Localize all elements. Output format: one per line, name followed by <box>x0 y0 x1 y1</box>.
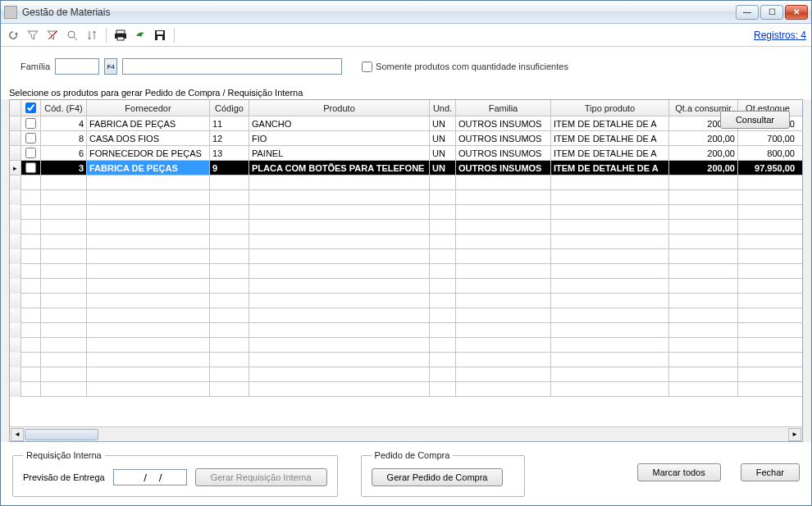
export-icon[interactable] <box>133 28 148 43</box>
table-row-empty <box>10 205 802 220</box>
cell-chk[interactable] <box>21 146 41 160</box>
grid-header-fornecedor[interactable]: Fornecedor <box>87 100 210 116</box>
scroll-thumb[interactable] <box>25 429 98 440</box>
grid-header-cod[interactable]: Cód. (F4) <box>41 100 87 116</box>
cell-qtcons: 200,00 <box>669 161 738 175</box>
cell-fornecedor: CASA DOS FIOS <box>87 131 210 145</box>
cell-familia: OUTROS INSUMOS <box>456 146 551 160</box>
cell-chk[interactable] <box>21 131 41 145</box>
sort-icon[interactable] <box>84 28 99 43</box>
prev-entrega-input[interactable] <box>113 469 187 485</box>
svg-rect-1 <box>116 30 125 34</box>
cell-produto: FIO <box>249 131 430 145</box>
cell-marker: ▸ <box>10 161 21 175</box>
svg-point-0 <box>68 31 75 38</box>
pedido-compra-fieldset: Pedido de Compra Gerar Pedido de Compra <box>361 450 525 497</box>
cell-qtest: 700,00 <box>738 131 797 145</box>
consultar-button[interactable]: Consultar <box>720 111 790 129</box>
cell-familia: OUTROS INSUMOS <box>456 116 551 130</box>
close-button[interactable]: ✕ <box>785 5 808 20</box>
filter-icon[interactable] <box>25 28 40 43</box>
somente-insuficientes-checkbox[interactable] <box>362 62 372 72</box>
bottom-panel: Requisição Interna Previsão de Entrega G… <box>1 442 811 505</box>
grid-header-und[interactable]: Und. <box>430 100 456 116</box>
grid-body: 4FABRICA DE PEÇAS11GANCHOUNOUTROS INSUMO… <box>10 116 802 426</box>
cell-cod: 8 <box>41 131 87 145</box>
table-row-empty <box>10 338 802 353</box>
row-checkbox[interactable] <box>25 148 36 158</box>
table-row[interactable]: ▸3FABRICA DE PEÇAS9PLACA COM BOTÕES PARA… <box>10 161 802 176</box>
cell-cod: 6 <box>41 146 87 160</box>
registros-link[interactable]: Registros: 4 <box>754 30 806 41</box>
titlebar: Gestão de Materiais — ☐ ✕ <box>1 1 811 24</box>
cell-und: UN <box>430 131 456 145</box>
table-row[interactable]: 4FABRICA DE PEÇAS11GANCHOUNOUTROS INSUMO… <box>10 116 802 131</box>
svg-rect-6 <box>157 36 162 40</box>
cell-cod: 4 <box>41 116 87 130</box>
row-checkbox[interactable] <box>25 133 36 144</box>
cell-qtest: 800,00 <box>738 146 797 160</box>
table-row[interactable]: 6FORNECEDOR DE PEÇAS13PAINELUNOUTROS INS… <box>10 146 802 161</box>
cell-tipo: ITEM DE DETALHE DE A <box>551 131 669 145</box>
grid-header-codigo[interactable]: Código <box>210 100 249 116</box>
gerar-pedido-button[interactable]: Gerar Pedido de Compra <box>372 468 504 486</box>
minimize-button[interactable]: — <box>736 5 759 20</box>
cell-tipo: ITEM DE DETALHE DE A <box>551 161 669 175</box>
cell-cod: 3 <box>41 161 87 175</box>
cell-produto: PAINEL <box>249 146 430 160</box>
prev-entrega-label: Previsão de Entrega <box>23 472 105 482</box>
cell-und: UN <box>430 161 456 175</box>
somente-label: Somente produtos com quantidade insufici… <box>376 62 568 71</box>
familia-lookup-button[interactable]: F4 <box>104 58 117 75</box>
table-row-empty <box>10 279 802 294</box>
print-icon[interactable] <box>113 28 128 43</box>
cell-familia: OUTROS INSUMOS <box>456 131 551 145</box>
save-icon[interactable] <box>153 28 167 43</box>
grid-header-marker <box>10 100 21 116</box>
familia-label: Família <box>21 62 50 71</box>
cell-marker <box>10 131 21 145</box>
filter-clear-icon[interactable] <box>45 28 60 43</box>
grid-header-tipo[interactable]: Tipo produto <box>551 100 669 116</box>
cell-qtcons: 200,00 <box>669 131 738 145</box>
grid-header-familia[interactable]: Familia <box>456 100 551 116</box>
marcar-todos-button[interactable]: Marcar todos <box>637 463 721 481</box>
refresh-icon[interactable] <box>6 28 21 43</box>
familia-desc-input[interactable] <box>122 58 342 75</box>
cell-qtest: 97.950,00 <box>738 161 797 175</box>
cell-fornecedor: FORNECEDOR DE PEÇAS <box>87 146 210 160</box>
familia-code-input[interactable] <box>55 58 99 75</box>
cell-codigo: 13 <box>210 146 249 160</box>
cell-codigo: 9 <box>210 161 249 175</box>
grid-header-chk[interactable] <box>21 100 41 116</box>
instruction-text: Selecione os produtos para gerar Pedido … <box>1 83 811 99</box>
table-row-empty <box>10 382 802 397</box>
row-checkbox[interactable] <box>25 118 36 129</box>
search-icon[interactable] <box>65 28 80 43</box>
cell-familia: OUTROS INSUMOS <box>456 161 551 175</box>
table-row-empty <box>10 220 802 235</box>
fechar-button[interactable]: Fechar <box>741 463 800 481</box>
requisicao-interna-fieldset: Requisição Interna Previsão de Entrega G… <box>12 450 338 497</box>
scroll-right-button[interactable]: ► <box>788 428 801 441</box>
grid-header-produto[interactable]: Produto <box>249 100 430 116</box>
cell-produto: PLACA COM BOTÕES PARA TELEFONE <box>249 161 430 175</box>
gerar-requisicao-button[interactable]: Gerar Requisição Interna <box>195 468 327 486</box>
table-row-empty <box>10 176 802 190</box>
row-checkbox[interactable] <box>25 162 36 173</box>
cell-marker <box>10 116 21 130</box>
cell-und: UN <box>430 146 456 160</box>
cell-chk[interactable] <box>21 161 41 175</box>
maximize-button[interactable]: ☐ <box>760 5 783 20</box>
app-icon <box>4 6 17 19</box>
table-row[interactable]: 8CASA DOS FIOS12FIOUNOUTROS INSUMOSITEM … <box>10 131 802 146</box>
horizontal-scrollbar[interactable]: ◄ ► <box>10 426 802 441</box>
cell-fornecedor: FABRICA DE PEÇAS <box>87 116 210 130</box>
cell-chk[interactable] <box>21 116 41 130</box>
table-row-empty <box>10 264 802 279</box>
grid-header: Cód. (F4) Fornecedor Código Produto Und.… <box>10 100 802 116</box>
scroll-left-button[interactable]: ◄ <box>11 428 24 441</box>
cell-tipo: ITEM DE DETALHE DE A <box>551 116 669 130</box>
cell-tipo: ITEM DE DETALHE DE A <box>551 146 669 160</box>
svg-rect-5 <box>157 31 163 34</box>
